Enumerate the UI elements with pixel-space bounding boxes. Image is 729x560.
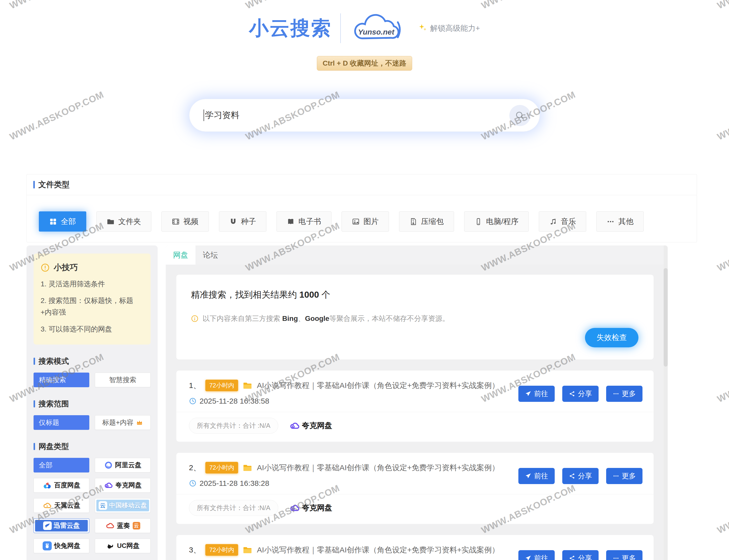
- share-icon: [569, 473, 575, 479]
- notice-engine2: Google: [305, 315, 329, 322]
- button-label: 分享: [578, 553, 592, 560]
- result-index: 2、: [189, 463, 201, 473]
- button-label: 前往: [534, 389, 548, 399]
- results-scrollbar[interactable]: [664, 245, 668, 560]
- button-label: 分享: [578, 471, 592, 481]
- squirrel-icon: [106, 542, 115, 550]
- disk-china-mobile[interactable]: 云 中国移动云盘: [95, 498, 151, 513]
- tab-netdisk[interactable]: 网盘: [166, 245, 195, 265]
- tianyi-cloud-icon: [43, 501, 52, 510]
- more-button[interactable]: 更多: [606, 386, 642, 402]
- ellipsis-icon: [607, 218, 614, 226]
- site-header: 小云搜索 Yunso.net 解锁高级能力+: [0, 0, 729, 71]
- summary-panel: 精准搜索，找到相关结果约 1000 个 以下内容来自第三方搜索 Bing、Goo…: [176, 275, 654, 359]
- disk-aliyun[interactable]: 阿里云盘: [95, 458, 151, 472]
- logo-text: 小云搜索: [249, 15, 332, 42]
- tips-box: 小技巧 1. 灵活选用筛选条件 2. 搜索范围：仅标题快，标题+内容强 3. 可…: [34, 254, 151, 345]
- title-accent-bar: [33, 181, 35, 188]
- share-button[interactable]: 分享: [562, 550, 599, 560]
- option-label: 夸克网盘: [116, 481, 142, 490]
- goto-button[interactable]: 前往: [518, 386, 555, 402]
- site-logo[interactable]: 小云搜索 Yunso.net: [249, 12, 402, 44]
- tab-torrent[interactable]: 种子: [219, 211, 266, 232]
- premium-link[interactable]: 解锁高级能力+: [418, 23, 480, 34]
- disk-xunlei[interactable]: 迅雷云盘: [34, 518, 89, 533]
- option-label: 仅标题: [39, 418, 59, 427]
- option-exact-search[interactable]: 精确搜索: [34, 373, 89, 387]
- button-label: 分享: [578, 389, 592, 399]
- share-button[interactable]: 分享: [562, 386, 599, 402]
- text-caret: [204, 109, 204, 121]
- tab-all[interactable]: 全部: [39, 211, 86, 232]
- disk-quark[interactable]: 夸克网盘: [95, 478, 151, 493]
- option-label: 快兔网盘: [54, 541, 80, 550]
- source-quark-logo[interactable]: 夸克网盘: [289, 503, 332, 513]
- option-title-content[interactable]: 标题+内容: [95, 415, 151, 430]
- file-type-title-text: 文件类型: [38, 179, 70, 190]
- logo-domain-text: Yunso.net: [358, 28, 394, 36]
- clock-icon: [189, 480, 197, 487]
- more-dots-icon: [613, 473, 619, 479]
- info-icon: [191, 315, 199, 322]
- grid-icon: [49, 218, 57, 226]
- result-title-link[interactable]: AI小说写作教程｜零基础AI创作课（角色设定+免费学习资料+实战案例）: [257, 380, 499, 391]
- heading-accent-bar: [34, 358, 35, 365]
- tab-ebook[interactable]: 电子书: [276, 211, 331, 232]
- validity-check-button[interactable]: 失效检查: [585, 328, 638, 347]
- disk-tianyi[interactable]: 天翼云盘: [34, 498, 89, 513]
- tab-forum[interactable]: 论坛: [195, 245, 225, 265]
- disk-uc[interactable]: UC网盘: [95, 539, 151, 553]
- option-label: 天翼云盘: [54, 501, 80, 510]
- filter-sidebar: 小技巧 1. 灵活选用筛选条件 2. 搜索范围：仅标题快，标题+内容强 3. 可…: [26, 245, 158, 560]
- source-name: 夸克网盘: [302, 503, 332, 513]
- tab-archive[interactable]: 压缩包: [399, 211, 454, 232]
- source-quark-logo[interactable]: 夸克网盘: [289, 421, 332, 431]
- result-count: 1000: [299, 290, 319, 299]
- option-smart-search[interactable]: 智慧搜索: [95, 373, 151, 387]
- bookmark-tip-badge: Ctrl + D 收藏网址，不迷路: [317, 56, 412, 71]
- result-title-link[interactable]: AI小说写作教程｜零基础AI创作课（角色设定+免费学习资料+实战案例）: [257, 463, 499, 473]
- logo-row: 小云搜索 Yunso.net 解锁高级能力+: [0, 12, 729, 44]
- heading-accent-bar: [34, 443, 35, 450]
- notice-text: 以下内容来自第三方搜索 Bing、Google等聚合展示，本站不储存不分享资源。: [203, 314, 449, 323]
- device-icon: [474, 218, 482, 226]
- tips-header: 小技巧: [41, 262, 144, 273]
- tab-video[interactable]: 视频: [161, 211, 209, 232]
- logo-divider: [340, 13, 341, 43]
- tab-other[interactable]: 其他: [596, 211, 644, 232]
- rabbit-icon: [43, 541, 52, 550]
- tab-software[interactable]: 电脑/程序: [464, 211, 529, 232]
- result-actions: 前往 分享 更多: [518, 386, 642, 402]
- tab-folder[interactable]: 文件夹: [96, 211, 151, 232]
- goto-button[interactable]: 前往: [518, 550, 555, 560]
- option-title-only[interactable]: 仅标题: [34, 415, 89, 430]
- tab-music[interactable]: 音乐: [539, 211, 586, 232]
- result-item-2: 2、 72小时内 AI小说写作教程｜零基础AI创作课（角色设定+免费学习资料+实…: [176, 453, 654, 524]
- file-size-tag: 所有文件共计：合计 :N/A: [189, 500, 278, 516]
- more-button[interactable]: 更多: [606, 468, 642, 484]
- cloud-logo-icon: Yunso.net: [349, 12, 402, 44]
- tab-label: 压缩包: [421, 216, 444, 227]
- result-title-link[interactable]: AI小说写作教程｜零基础AI创作课（角色设定+免费学习资料+实战案例）: [257, 545, 499, 555]
- paper-plane-icon: [525, 390, 531, 397]
- disk-kuaitu[interactable]: 快兔网盘: [34, 539, 89, 553]
- goto-button[interactable]: 前往: [518, 468, 555, 484]
- baidu-pan-icon: [43, 481, 52, 490]
- file-type-tabs: 全部 文件夹 视频 种子: [27, 195, 697, 242]
- search-input[interactable]: 学习资料: [189, 99, 540, 132]
- option-label: 百度网盘: [54, 481, 80, 490]
- result-top: 1、 72小时内 AI小说写作教程｜零基础AI创作课（角色设定+免费学习资料+实…: [176, 371, 654, 412]
- share-button[interactable]: 分享: [562, 468, 599, 484]
- mobile-cloud-icon: 云: [99, 501, 107, 510]
- disk-all[interactable]: 全部: [34, 458, 89, 472]
- scrollbar-thumb[interactable]: [664, 268, 668, 367]
- search-button[interactable]: [509, 105, 530, 126]
- result-index: 1、: [189, 380, 201, 391]
- more-dots-icon: [613, 555, 619, 560]
- more-button[interactable]: 更多: [606, 550, 642, 560]
- disk-type-heading: 网盘类型: [34, 441, 151, 452]
- result-count-text: 精准搜索，找到相关结果约 1000 个: [191, 289, 638, 301]
- disk-baidu[interactable]: 百度网盘: [34, 478, 89, 493]
- disk-lanzou[interactable]: 蓝奏 云: [95, 518, 151, 533]
- tab-image[interactable]: 图片: [342, 211, 389, 232]
